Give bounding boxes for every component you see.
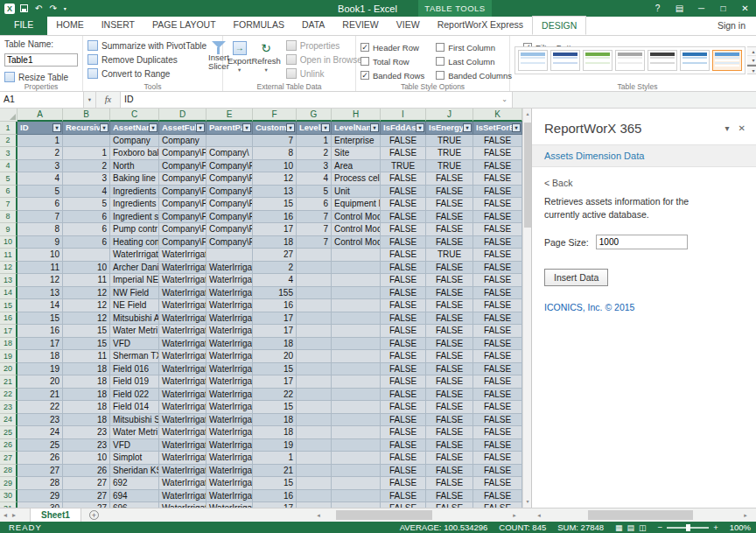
cell[interactable]: 10 bbox=[18, 249, 63, 262]
cell[interactable]: FALSE bbox=[381, 274, 426, 287]
cell[interactable]: FALSE bbox=[473, 172, 522, 186]
cell[interactable] bbox=[297, 249, 332, 262]
table-header-cell-assetnar[interactable]: AssetNar▾ bbox=[110, 122, 159, 135]
cell[interactable]: FALSE bbox=[473, 223, 522, 236]
close-button[interactable]: ✕ bbox=[734, 0, 756, 17]
table-style-thumbnail-4[interactable] bbox=[615, 50, 645, 71]
cell[interactable]: 3 bbox=[297, 160, 332, 173]
table-header-cell-id[interactable]: ID▾ bbox=[18, 122, 63, 135]
cell[interactable]: FALSE bbox=[426, 287, 473, 300]
hscroll-track[interactable] bbox=[324, 510, 509, 520]
cell[interactable] bbox=[297, 465, 332, 478]
cell[interactable]: 8 bbox=[18, 223, 63, 236]
cell[interactable]: 12 bbox=[63, 312, 110, 326]
cell[interactable]: Ingredients bbox=[110, 186, 159, 199]
cell[interactable]: FALSE bbox=[381, 172, 426, 186]
cell[interactable]: 18 bbox=[63, 375, 110, 389]
tab-page-layout[interactable]: PAGE LAYOUT bbox=[144, 16, 225, 35]
cell[interactable]: WaterIrrigat bbox=[159, 426, 206, 439]
cell[interactable]: FALSE bbox=[426, 172, 473, 186]
cell[interactable]: 4 bbox=[18, 172, 63, 186]
cell[interactable] bbox=[332, 363, 381, 376]
cell[interactable]: FALSE bbox=[381, 236, 426, 249]
cell[interactable]: WaterIrrigat bbox=[159, 375, 206, 389]
cell[interactable]: Company\Fc bbox=[159, 147, 206, 160]
gallery-scroll-up-icon[interactable]: ▴ bbox=[747, 47, 756, 56]
row-header-10[interactable]: 10 bbox=[0, 236, 18, 249]
cell[interactable]: Archer Dani bbox=[110, 262, 159, 275]
checkbox-header-row[interactable]: ✓Header Row bbox=[360, 40, 424, 54]
cell[interactable]: 27 bbox=[253, 249, 297, 262]
cell[interactable]: 5 bbox=[18, 186, 63, 199]
cell[interactable] bbox=[297, 490, 332, 503]
cell[interactable]: Water Metri bbox=[110, 325, 159, 338]
cell[interactable]: 10 bbox=[253, 160, 297, 173]
refresh-button[interactable]: ↻ Refresh ▾ bbox=[251, 39, 280, 81]
filter-dropdown-icon[interactable]: ▾ bbox=[242, 123, 251, 132]
cell[interactable]: FALSE bbox=[473, 274, 522, 287]
cell[interactable]: 28 bbox=[18, 477, 63, 490]
row-header-21[interactable]: 21 bbox=[0, 375, 18, 389]
cell[interactable] bbox=[332, 401, 381, 414]
cell[interactable]: 22 bbox=[18, 401, 63, 414]
cell[interactable]: 1 bbox=[63, 147, 110, 160]
cell[interactable]: 18 bbox=[253, 414, 297, 427]
cell[interactable]: WaterIrrigat bbox=[159, 363, 206, 376]
cell[interactable]: Mitsubishi A bbox=[110, 312, 159, 326]
cell[interactable]: FALSE bbox=[381, 338, 426, 351]
cell[interactable]: FALSE bbox=[473, 452, 522, 465]
cell[interactable]: FALSE bbox=[381, 465, 426, 478]
row-header-20[interactable]: 20 bbox=[0, 363, 18, 376]
cell[interactable]: 18 bbox=[63, 363, 110, 376]
cell[interactable]: 14 bbox=[18, 299, 63, 312]
cell[interactable]: Baking line bbox=[110, 172, 159, 186]
cell[interactable] bbox=[297, 375, 332, 389]
cell[interactable]: 15 bbox=[253, 401, 297, 414]
cell[interactable]: WaterIrrigat bbox=[206, 414, 253, 427]
page-layout-view-icon[interactable]: ▤ bbox=[627, 523, 635, 532]
cell[interactable]: 10 bbox=[63, 452, 110, 465]
cell[interactable]: North bbox=[110, 160, 159, 173]
cell[interactable]: FALSE bbox=[381, 223, 426, 236]
cell[interactable]: FALSE bbox=[473, 477, 522, 490]
cell[interactable]: WaterIrrigat bbox=[206, 465, 253, 478]
filter-dropdown-icon[interactable]: ▾ bbox=[321, 123, 330, 132]
cell[interactable]: Company\Fc bbox=[206, 198, 253, 211]
cell[interactable] bbox=[297, 312, 332, 326]
row-header-1[interactable]: 1 bbox=[0, 122, 18, 135]
cell[interactable]: 16 bbox=[18, 325, 63, 338]
cell[interactable]: 24 bbox=[18, 426, 63, 439]
filter-dropdown-icon[interactable]: ▾ bbox=[370, 123, 379, 132]
tab-file[interactable]: FILE bbox=[0, 16, 47, 35]
cell[interactable] bbox=[297, 262, 332, 275]
cell[interactable]: FALSE bbox=[426, 389, 473, 402]
cell[interactable]: 18 bbox=[63, 414, 110, 427]
cell[interactable]: WaterIrrigat bbox=[206, 490, 253, 503]
column-header-A[interactable]: A bbox=[18, 109, 63, 122]
cell[interactable] bbox=[297, 350, 332, 363]
cell[interactable]: VFD bbox=[110, 439, 159, 452]
filter-dropdown-icon[interactable]: ▾ bbox=[196, 123, 205, 132]
cell[interactable]: 15 bbox=[253, 198, 297, 211]
cell[interactable]: FALSE bbox=[381, 426, 426, 439]
cell[interactable]: FALSE bbox=[426, 312, 473, 326]
cell[interactable]: NW Field bbox=[110, 287, 159, 300]
cell[interactable]: Control Mod bbox=[332, 223, 381, 236]
cell[interactable]: FALSE bbox=[381, 325, 426, 338]
pane-hscroll-right-icon[interactable]: ▸ bbox=[740, 512, 751, 519]
row-header-26[interactable]: 26 bbox=[0, 439, 18, 452]
cell[interactable]: NE Field bbox=[110, 299, 159, 312]
row-header-14[interactable]: 14 bbox=[0, 287, 18, 300]
cell[interactable] bbox=[332, 350, 381, 363]
cell[interactable]: 15 bbox=[63, 325, 110, 338]
cell[interactable]: Foxboro bak bbox=[110, 147, 159, 160]
cell[interactable]: Site bbox=[332, 147, 381, 160]
cell[interactable]: FALSE bbox=[426, 452, 473, 465]
cell[interactable]: WaterIrrigat bbox=[159, 274, 206, 287]
cell[interactable]: 4 bbox=[63, 186, 110, 199]
cell[interactable]: 7 bbox=[253, 135, 297, 148]
cell[interactable]: 2 bbox=[253, 262, 297, 275]
cell[interactable] bbox=[297, 426, 332, 439]
cell[interactable]: WaterIrrigat bbox=[206, 439, 253, 452]
cell[interactable]: 21 bbox=[18, 389, 63, 402]
